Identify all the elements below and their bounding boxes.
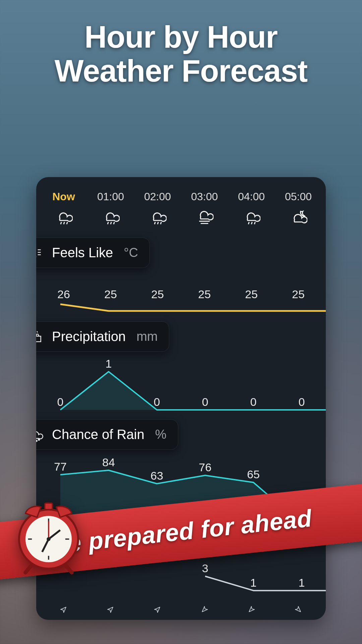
feels-like-pill[interactable]: Feels Like °C — [36, 237, 150, 268]
svg-point-23 — [36, 440, 37, 441]
svg-text:84: 84 — [102, 456, 115, 469]
feels-like-values: 262525252525 — [36, 288, 326, 301]
svg-text:1: 1 — [106, 358, 112, 370]
wind-direction-row — [36, 605, 326, 614]
headline-line-2: Weather Forecast — [0, 54, 362, 88]
svg-line-7 — [158, 222, 158, 224]
svg-text:1: 1 — [250, 576, 257, 589]
hour-label: 03:00 — [191, 191, 218, 203]
hour-label: 02:00 — [144, 191, 171, 203]
svg-line-12 — [251, 222, 252, 224]
svg-line-8 — [161, 222, 161, 224]
wind-direction-arrow-icon — [59, 605, 68, 614]
svg-line-2 — [67, 222, 67, 224]
hour-label: 04:00 — [238, 191, 265, 203]
feels-like-unit: °C — [124, 246, 138, 260]
svg-text:63: 63 — [150, 469, 163, 482]
svg-text:77: 77 — [54, 460, 67, 473]
wind-direction-arrow-icon — [153, 605, 162, 614]
thermometer-icon — [36, 246, 43, 260]
svg-text:76: 76 — [199, 461, 212, 474]
svg-line-0 — [61, 222, 61, 224]
svg-text:0: 0 — [57, 395, 64, 408]
feels-like-value: 25 — [245, 288, 258, 301]
svg-line-3 — [108, 222, 108, 224]
svg-text:1: 1 — [299, 576, 305, 589]
svg-line-45 — [25, 565, 32, 573]
alarm-clock-icon — [10, 490, 87, 577]
svg-line-46 — [65, 565, 72, 573]
svg-text:0: 0 — [250, 395, 257, 408]
svg-point-43 — [47, 537, 51, 541]
precipitation-line: 010000 — [36, 358, 326, 412]
hour-label: 01:00 — [97, 191, 124, 203]
fog-icon — [195, 208, 214, 226]
wind-direction-arrow-icon — [106, 605, 115, 614]
wind-direction-arrow-icon — [200, 605, 209, 614]
headline-line-1: Hour by Hour — [0, 20, 362, 54]
feels-like-value: 25 — [198, 288, 211, 301]
svg-text:0: 0 — [154, 395, 160, 408]
svg-point-24 — [38, 439, 40, 440]
feels-like-chart: 262525252525 — [36, 288, 326, 314]
svg-text:0: 0 — [299, 395, 305, 408]
svg-text:3: 3 — [202, 563, 208, 575]
feels-like-line — [36, 301, 326, 314]
chance-of-rain-label: Chance of Rain — [52, 427, 144, 442]
precipitation-pill[interactable]: Precipitation mm — [36, 321, 169, 352]
precipitation-chart: 010000 — [36, 358, 326, 412]
drizzle-icon — [55, 208, 73, 226]
feels-like-value: 25 — [292, 288, 305, 301]
feels-like-value: 25 — [151, 288, 164, 301]
hour-column[interactable]: Now — [40, 191, 87, 226]
svg-line-5 — [114, 222, 114, 224]
hours-header-row: Now01:0002:0003:0004:0005:00 — [36, 191, 326, 226]
svg-line-4 — [111, 222, 111, 224]
drizzle-icon — [102, 208, 120, 226]
chance-of-rain-unit: % — [155, 427, 167, 442]
precipitation-label: Precipitation — [52, 329, 126, 344]
hour-column[interactable]: 05:00 — [275, 191, 322, 226]
rain-chance-icon — [36, 427, 43, 442]
svg-rect-44 — [45, 503, 53, 509]
svg-line-11 — [248, 222, 249, 224]
svg-line-13 — [254, 222, 255, 224]
promo-headline: Hour by Hour Weather Forecast — [0, 20, 362, 88]
hour-label: 05:00 — [285, 191, 312, 203]
chance-of-rain-pill[interactable]: Chance of Rain % — [36, 419, 178, 450]
svg-line-1 — [64, 222, 64, 224]
feels-like-value: 25 — [104, 288, 117, 301]
wind-direction-arrow-icon — [247, 605, 256, 614]
feels-like-label: Feels Like — [52, 245, 113, 260]
hour-column[interactable]: 02:00 — [134, 191, 181, 226]
hour-column[interactable]: 01:00 — [87, 191, 134, 226]
cloud-night-icon — [289, 208, 307, 226]
drizzle-icon — [242, 208, 260, 226]
svg-text:65: 65 — [247, 468, 260, 481]
precipitation-icon — [36, 329, 43, 344]
feels-like-value: 26 — [57, 288, 70, 301]
svg-text:0: 0 — [202, 395, 208, 408]
precipitation-unit: mm — [136, 329, 158, 344]
hour-label: Now — [52, 191, 75, 203]
wind-direction-arrow-icon — [294, 605, 303, 614]
hour-column[interactable]: 03:00 — [181, 191, 228, 226]
drizzle-icon — [148, 208, 167, 226]
hour-column[interactable]: 04:00 — [228, 191, 275, 226]
svg-line-6 — [155, 222, 155, 224]
